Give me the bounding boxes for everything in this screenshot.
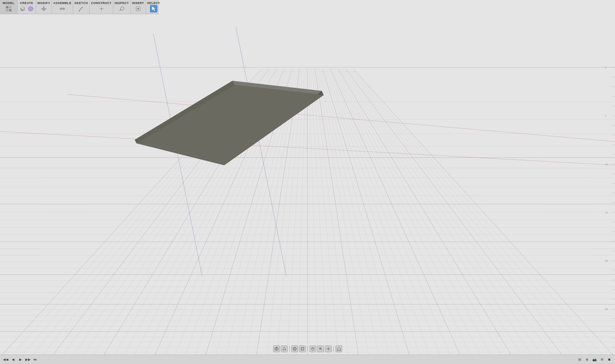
viewport-controls [273,345,342,352]
sketch-label: SKETCH [74,1,88,5]
construct-icon[interactable] [98,5,105,12]
create-box-icon[interactable] [19,5,26,12]
svg-marker-47 [329,348,330,349]
toolbar-assemble-section: ASSEMBLE [52,0,73,14]
end-btn[interactable]: ⏭ [32,357,38,363]
record-btn[interactable]: ⏺ [606,357,612,363]
toolbar-sketch-section: SKETCH [73,0,90,14]
camera-btn[interactable]: 📷 [591,357,597,363]
svg-marker-12 [43,7,44,8]
shading-btn[interactable] [291,345,298,352]
svg-point-14 [60,8,62,10]
insert-label: INSERT [132,1,144,5]
construct-label: CONSTRUCT [91,1,112,5]
toolbar-modify-section: MODIFY [36,0,52,14]
vc-separator-3 [333,346,334,352]
svg-point-15 [63,8,65,10]
toolbar-create-section: CREATE [18,0,36,14]
model-icon[interactable] [5,5,12,12]
svg-marker-45 [328,350,329,351]
svg-rect-31 [276,347,277,348]
assemble-label: ASSEMBLE [53,1,71,5]
inspect-label: INSPECT [115,1,129,5]
snap-btn[interactable]: ⊕ [584,357,590,363]
svg-marker-46 [327,348,327,349]
create-sphere-icon[interactable] [27,5,34,12]
toolbar: MODEL CREATE [0,0,158,14]
svg-rect-0 [6,6,8,8]
svg-line-17 [79,7,82,11]
statusbar: ◀◀ ◀ ▶ ▶▶ ⏭ ⊞ ⊕ 📷 ⚙ ⏺ [0,355,615,364]
svg-rect-2 [6,9,8,11]
pan-btn[interactable] [325,345,332,352]
home-view-btn[interactable] [335,345,342,352]
svg-point-30 [276,348,277,350]
svg-marker-32 [282,347,286,350]
vc-separator-2 [307,346,308,352]
svg-rect-11 [41,8,46,9]
toolbar-inspect-section: INSPECT [113,0,131,14]
insert-icon[interactable] [134,5,142,12]
svg-point-24 [121,7,124,10]
toolbar-construct-section: CONSTRUCT [90,0,113,14]
modify-label: MODIFY [37,1,50,5]
orbit-btn[interactable] [309,345,316,352]
modify-icon[interactable] [40,5,48,12]
svg-line-39 [321,350,322,351]
toolbar-model-section: MODEL [0,0,18,14]
svg-rect-3 [9,9,11,11]
grid-canvas [0,0,615,364]
perspective-control-btn[interactable] [281,345,287,352]
svg-rect-1 [9,6,11,8]
svg-point-22 [101,8,102,9]
select-label: SELECT [147,1,160,5]
svg-marker-44 [328,347,329,348]
play-btn[interactable]: ▶ [18,357,24,363]
svg-point-33 [293,347,296,351]
model-label: MODEL [3,1,14,5]
svg-point-9 [28,6,33,11]
vc-separator-1 [289,346,289,352]
prev-btn[interactable]: ◀◀ [3,357,9,363]
camera-control-btn[interactable] [273,345,280,352]
zoom-btn[interactable] [317,345,324,352]
svg-marker-28 [152,6,156,11]
back-btn[interactable]: ◀ [10,357,16,363]
forward-btn[interactable]: ▶▶ [25,357,31,363]
assemble-icon[interactable] [59,5,66,12]
wireframe-btn[interactable] [299,345,306,352]
viewport[interactable] [0,0,615,364]
svg-line-23 [120,9,121,11]
inspect-icon[interactable] [118,5,125,12]
grid-toggle-btn[interactable]: ⊞ [577,357,583,363]
svg-marker-13 [43,9,44,11]
svg-rect-49 [338,349,339,351]
settings-btn[interactable]: ⚙ [599,357,605,363]
create-label: CREATE [20,1,33,5]
sketch-icon[interactable] [78,5,85,12]
toolbar-select-section: SELECT [146,0,162,14]
select-icon[interactable] [150,5,157,12]
toolbar-insert-section: INSERT [131,0,146,14]
svg-point-37 [311,347,314,350]
